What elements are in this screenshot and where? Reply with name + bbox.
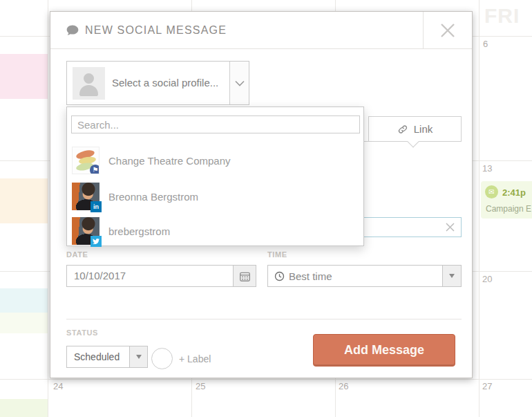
profile-option-label: brebergstrom bbox=[108, 225, 170, 237]
date-label: DATE bbox=[66, 250, 88, 259]
calendar-day-header: FRI bbox=[484, 4, 520, 28]
status-dropdown-arrow[interactable] bbox=[129, 346, 147, 367]
profile-option-label: Change Theatre Company bbox=[108, 155, 231, 167]
twitter-icon bbox=[91, 236, 102, 247]
status-select[interactable]: Scheduled bbox=[66, 346, 148, 368]
search-input[interactable] bbox=[71, 115, 360, 133]
social-profile-selector[interactable]: Select a social profile... bbox=[66, 61, 249, 105]
modal-title: NEW SOCIAL MESSAGE bbox=[85, 12, 227, 48]
grid-line-horizontal bbox=[0, 379, 532, 380]
grid-line-vertical bbox=[479, 0, 479, 417]
time-value: Best time bbox=[289, 270, 332, 282]
close-button[interactable] bbox=[423, 12, 472, 49]
date-value: 10/10/2017 bbox=[74, 266, 126, 286]
clear-link-icon[interactable] bbox=[445, 222, 455, 235]
grid-line-vertical bbox=[48, 0, 48, 417]
label-color-circle[interactable] bbox=[151, 348, 173, 369]
modal-header: NEW SOCIAL MESSAGE bbox=[50, 12, 472, 49]
triangle-down-icon bbox=[449, 274, 455, 278]
profile-dropdown-panel: ⚑ Change Theatre Company in Breonna Berg… bbox=[66, 106, 364, 246]
add-label-button[interactable]: + Label bbox=[179, 353, 211, 364]
time-dropdown-arrow[interactable] bbox=[442, 266, 461, 286]
calendar-date: 25 bbox=[196, 381, 205, 391]
avatar-brebergstrom bbox=[72, 217, 99, 245]
time-select[interactable]: Best time bbox=[267, 265, 462, 287]
profile-option-change-theatre[interactable]: ⚑ Change Theatre Company bbox=[72, 145, 361, 176]
calendar-event-block-green[interactable] bbox=[0, 399, 48, 417]
time-label: TIME bbox=[267, 250, 287, 259]
status-value: Scheduled bbox=[74, 346, 120, 367]
avatar-change-theatre: ⚑ bbox=[72, 147, 99, 174]
section-divider bbox=[66, 319, 462, 319]
facebook-page-icon: ⚑ bbox=[90, 165, 99, 174]
profile-option-brebergstrom[interactable]: brebergstrom bbox=[72, 216, 361, 246]
person-placeholder-icon bbox=[73, 67, 105, 100]
calendar-event-block-cyan[interactable] bbox=[0, 288, 48, 313]
event-title: Campaign E bbox=[486, 204, 531, 214]
add-message-button[interactable]: Add Message bbox=[313, 334, 455, 367]
clock-icon bbox=[274, 271, 285, 281]
calendar-date: 26 bbox=[339, 381, 348, 391]
calendar-event-block-pink[interactable] bbox=[0, 54, 48, 99]
chevron-down-icon[interactable] bbox=[229, 62, 249, 104]
profile-option-label: Breonna Bergstrom bbox=[108, 191, 198, 203]
calendar-picker-button[interactable] bbox=[233, 266, 256, 286]
date-input[interactable]: 10/10/2017 bbox=[66, 265, 256, 287]
calendar-date: 24 bbox=[53, 381, 63, 391]
calendar-event-block-faint-green[interactable] bbox=[0, 313, 48, 333]
avatar-breonna: in bbox=[72, 183, 99, 210]
calendar-icon bbox=[239, 270, 251, 282]
status-label: STATUS bbox=[66, 328, 98, 337]
calendar-date: 27 bbox=[482, 381, 492, 391]
calendar-event-campaign[interactable]: ✉ 2:41p Campaign E bbox=[481, 181, 532, 219]
link-icon bbox=[397, 124, 408, 135]
profile-option-breonna-bergstrom[interactable]: in Breonna Bergstrom bbox=[72, 181, 361, 212]
envelope-icon: ✉ bbox=[485, 185, 498, 198]
linkedin-icon: in bbox=[91, 201, 102, 212]
tab-link-label: Link bbox=[414, 123, 433, 135]
profile-selector-placeholder: Select a social profile... bbox=[112, 62, 218, 104]
calendar-event-block-cream[interactable] bbox=[0, 178, 48, 223]
triangle-down-icon bbox=[136, 355, 142, 359]
calendar-date: 20 bbox=[482, 274, 492, 284]
speech-bubble-icon bbox=[66, 24, 79, 37]
calendar-date: 6 bbox=[483, 39, 488, 49]
new-social-message-modal: NEW SOCIAL MESSAGE Select a social profi… bbox=[50, 11, 473, 378]
event-time: 2:41p bbox=[502, 187, 526, 198]
calendar-date: 13 bbox=[482, 163, 492, 174]
